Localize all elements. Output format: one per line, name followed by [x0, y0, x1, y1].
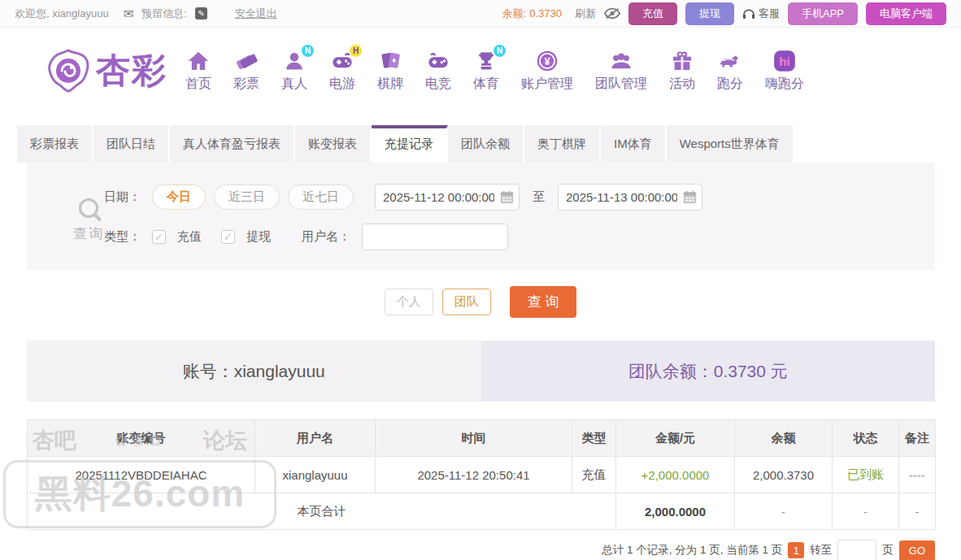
- personal-button[interactable]: 个人: [385, 289, 433, 315]
- date-from-wrapper: [375, 184, 520, 211]
- nav-item-esports[interactable]: 电竞: [425, 49, 451, 93]
- ticket-icon: [234, 49, 259, 73]
- gamepad-icon: H: [330, 49, 354, 73]
- total-balance: -: [735, 493, 833, 530]
- username-label: 用户名：: [302, 229, 350, 245]
- type-filter-row: 类型： ✓ 充值 ✓ 提现 用户名：: [104, 224, 935, 250]
- topbar: 欢迎您, xianglayuuu ✉ 预留信息: ✎ 安全退出 余额: 0.37…: [0, 0, 961, 28]
- col-time: 时间: [376, 420, 572, 457]
- total-amount: 2,000.0000: [616, 493, 735, 530]
- date-to-label: 至: [533, 189, 545, 205]
- headphones-icon: [742, 8, 755, 20]
- nav-item-chess[interactable]: 棋牌: [377, 49, 403, 93]
- tab-live-sports-pnl[interactable]: 真人体育盈亏报表: [170, 125, 295, 163]
- account-value: xianglayuuu: [234, 362, 325, 381]
- logo-flower-icon: [47, 48, 89, 93]
- cell-balance: 2,000.3730: [735, 457, 833, 493]
- customer-service-button[interactable]: 客服: [742, 7, 780, 21]
- tab-team-balance[interactable]: 团队余额: [448, 125, 524, 163]
- quick-range-7days[interactable]: 近七日: [288, 184, 354, 210]
- hi-app-icon: hi: [772, 49, 797, 73]
- logo-text: 杏彩: [96, 48, 167, 93]
- cell-remark: ----: [899, 457, 936, 493]
- col-change-id: 账变编号: [28, 420, 255, 457]
- tab-account-change[interactable]: 账变报表: [295, 125, 372, 163]
- svg-text:¥: ¥: [544, 55, 550, 67]
- person-icon: N: [282, 49, 307, 73]
- goto-label: 转至: [810, 543, 832, 558]
- table-total-row: 本页合计 2,000.0000 - - -: [28, 493, 936, 530]
- quick-range-today[interactable]: 今日: [152, 184, 206, 210]
- home-icon: [186, 49, 211, 73]
- cell-status: 已到账: [833, 457, 899, 493]
- recharge-button[interactable]: 充值: [628, 2, 677, 25]
- calendar-icon[interactable]: [683, 190, 697, 204]
- badge-n: N: [494, 45, 506, 57]
- date-filter-row: 日期： 今日 近三日 近七日 至: [104, 184, 935, 211]
- tab-wesports[interactable]: Wesports世界体育: [667, 125, 794, 163]
- search-section-label: 查询: [58, 198, 120, 243]
- nav-item-hipaofen[interactable]: hi 嗨跑分: [765, 49, 804, 93]
- svg-text:hi: hi: [779, 54, 789, 68]
- nav-item-paofen[interactable]: 跑分: [717, 49, 743, 93]
- tab-odin-chess[interactable]: 奥丁棋牌: [524, 125, 601, 163]
- nav-item-activity[interactable]: 活动: [669, 49, 695, 93]
- date-from-input[interactable]: [375, 184, 520, 211]
- customer-service-label: 客服: [759, 7, 780, 21]
- report-tabs: 彩票报表 团队日结 真人体育盈亏报表 账变报表 充提记录 团队余额 奥丁棋牌 I…: [17, 125, 961, 163]
- calendar-icon[interactable]: [500, 190, 514, 204]
- tab-deposit-withdraw[interactable]: 充提记录: [372, 125, 448, 163]
- team-balance-label: 团队余额：: [628, 360, 714, 383]
- main-nav: 首页 彩票 N 真人 H 电游 棋牌: [185, 49, 804, 93]
- edit-pencil-icon[interactable]: ✎: [195, 7, 207, 20]
- cell-change-id: 20251112VBDDEIAHAC: [28, 457, 255, 493]
- badge-n: N: [302, 45, 314, 57]
- query-button[interactable]: 查 询: [510, 286, 577, 318]
- pc-client-button[interactable]: 电脑客户端: [866, 2, 946, 25]
- refresh-link[interactable]: 刷新: [575, 7, 596, 21]
- recharge-checkbox-label: 充值: [177, 229, 202, 245]
- gift-icon: [670, 49, 694, 73]
- tab-im-sports[interactable]: IM体育: [601, 125, 667, 163]
- records-table-wrapper: 账变编号 用户名 时间 类型 金额/元 余额 状态 备注 20251112VBD…: [27, 419, 935, 530]
- records-table: 账变编号 用户名 时间 类型 金额/元 余额 状态 备注 20251112VBD…: [27, 419, 936, 530]
- date-to-wrapper: [558, 184, 702, 211]
- nav-item-lottery[interactable]: 彩票: [233, 49, 259, 93]
- cell-type: 充值: [572, 457, 616, 493]
- withdraw-checkbox[interactable]: ✓: [221, 230, 235, 244]
- team-button[interactable]: 团队: [442, 289, 491, 315]
- welcome-text: 欢迎您, xianglayuuu: [15, 7, 109, 21]
- recharge-checkbox[interactable]: ✓: [152, 230, 166, 244]
- total-remark: -: [899, 493, 936, 530]
- go-button[interactable]: GO: [899, 540, 935, 560]
- table-row: 20251112VBDDEIAHAC xianglayuuu 2025-11-1…: [28, 457, 936, 493]
- nav-item-sports[interactable]: N 体育: [473, 49, 499, 93]
- logout-link[interactable]: 安全退出: [235, 7, 277, 21]
- tab-lottery-report[interactable]: 彩票报表: [17, 125, 93, 163]
- coin-yen-icon: ¥: [535, 49, 559, 73]
- esports-gamepad-icon: [426, 49, 450, 73]
- team-people-icon: [609, 49, 633, 73]
- withdraw-button[interactable]: 提现: [685, 2, 734, 25]
- page-unit-label: 页: [882, 543, 894, 558]
- mail-icon[interactable]: ✉: [124, 7, 134, 21]
- tab-team-daily[interactable]: 团队日结: [93, 125, 170, 163]
- nav-item-egames[interactable]: H 电游: [329, 49, 355, 93]
- date-to-input[interactable]: [558, 184, 702, 211]
- quick-range-3days[interactable]: 近三日: [214, 184, 280, 210]
- nav-item-account[interactable]: ¥ 账户管理: [521, 49, 573, 93]
- nav-item-home[interactable]: 首页: [185, 49, 211, 93]
- search-icon: [79, 198, 98, 218]
- mobile-app-button[interactable]: 手机APP: [788, 2, 858, 25]
- balance-value: 0.3730: [529, 7, 562, 20]
- total-label: 本页合计: [28, 493, 616, 530]
- nav-item-live[interactable]: N 真人: [281, 49, 307, 93]
- nav-item-team[interactable]: 团队管理: [595, 49, 647, 93]
- goto-page-input[interactable]: [837, 540, 876, 560]
- site-logo[interactable]: 杏彩: [47, 48, 167, 93]
- page-number-badge[interactable]: 1: [788, 542, 804, 558]
- cell-username: xianglayuuu: [255, 457, 376, 493]
- reserved-info-label: 预留信息:: [141, 7, 187, 21]
- username-input[interactable]: [362, 224, 508, 250]
- eye-slash-icon[interactable]: [604, 7, 620, 20]
